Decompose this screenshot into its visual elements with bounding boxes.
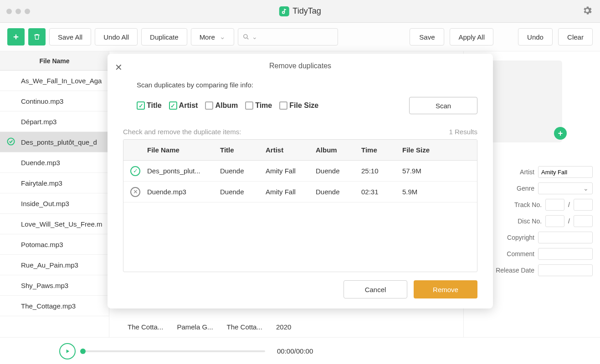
option-title[interactable]: ✓ Title: [137, 101, 162, 110]
cell-size: 57.9M: [399, 167, 444, 175]
remove-icon[interactable]: ✕: [123, 187, 144, 197]
discno-field-2[interactable]: [574, 215, 593, 227]
apply-all-button[interactable]: Apply All: [450, 28, 493, 46]
cell-album: Duende: [312, 167, 358, 175]
close-window-icon[interactable]: [6, 9, 12, 14]
save-all-button[interactable]: Save All: [49, 28, 91, 46]
titlebar: TidyTag: [0, 0, 600, 23]
file-name: Inside_Out.mp3: [21, 200, 69, 207]
file-row[interactable]: Des_ponts_plutôt_que_d: [0, 132, 109, 152]
file-name: Fairytale.mp3: [21, 179, 62, 187]
file-row[interactable]: Duende.mp3: [0, 152, 109, 173]
duplicate-button[interactable]: Duplicate: [141, 28, 187, 46]
file-name: Rue_Au_Pain.mp3: [21, 261, 78, 269]
file-row[interactable]: As_We_Fall_In_Love_Aga: [0, 71, 109, 91]
cell-file: Duende.mp3: [144, 188, 216, 196]
file-row[interactable]: Fairytale.mp3: [0, 173, 109, 193]
option-time[interactable]: Time: [245, 101, 272, 110]
window-controls: [0, 9, 30, 14]
option-filesize[interactable]: File Size: [279, 101, 318, 110]
delete-button[interactable]: [28, 28, 46, 46]
cell-size: 5.9M: [399, 188, 444, 196]
cell-title: Duende: [216, 167, 262, 175]
option-album[interactable]: Album: [205, 101, 238, 110]
more-button[interactable]: More ⌄: [191, 28, 234, 46]
cell-title: The Cotta...: [128, 323, 163, 331]
cell-file: Des_ponts_plut...: [144, 167, 216, 175]
copyright-label: Copyright: [492, 234, 534, 241]
checkbox-icon: [205, 101, 213, 110]
scan-instructions: Scan duplicates by comparing file info:: [137, 81, 477, 89]
undo-all-button[interactable]: Undo All: [95, 28, 138, 46]
file-row[interactable]: Inside_Out.mp3: [0, 193, 109, 214]
file-name: The_Cottage.mp3: [21, 302, 76, 310]
checkbox-icon: ✓: [169, 101, 177, 110]
col-filename: File Name: [144, 146, 216, 154]
artist-label: Artist: [492, 168, 534, 176]
minimize-window-icon[interactable]: [15, 9, 21, 14]
file-row[interactable]: Love_Will_Set_Us_Free.m: [0, 214, 109, 234]
comment-field[interactable]: [538, 248, 593, 260]
duplicates-table: File Name Title Artist Album Time File S…: [123, 139, 477, 272]
file-row[interactable]: Shy_Paws.mp3: [0, 275, 109, 296]
option-artist[interactable]: ✓ Artist: [169, 101, 198, 110]
trackno-field-2[interactable]: [574, 199, 593, 211]
cancel-button[interactable]: Cancel: [344, 280, 407, 298]
checkbox-icon: [279, 101, 287, 110]
file-list-header: File Name: [0, 51, 109, 71]
file-row[interactable]: The_Cottage.mp3: [0, 296, 109, 316]
gear-icon[interactable]: [582, 5, 593, 17]
copyright-field[interactable]: [538, 232, 593, 243]
remove-button[interactable]: Remove: [414, 280, 477, 298]
genre-select[interactable]: ⌄: [538, 182, 593, 194]
chevron-down-icon: ⌄: [220, 33, 226, 41]
cell-time: 02:31: [358, 188, 399, 196]
playbar: 00:00/00:00: [0, 337, 600, 364]
file-name: Shy_Paws.mp3: [21, 282, 68, 289]
file-row[interactable]: Rue_Au_Pain.mp3: [0, 255, 109, 275]
play-button[interactable]: [59, 343, 76, 359]
add-button[interactable]: [7, 28, 25, 46]
discno-field-1[interactable]: [545, 215, 564, 227]
trackno-field-1[interactable]: [545, 199, 564, 211]
app-logo-icon: [279, 6, 289, 16]
slider-handle[interactable]: [80, 349, 86, 354]
scan-button[interactable]: Scan: [409, 97, 477, 114]
file-name: Potomac.mp3: [21, 241, 63, 248]
release-label: Release Date: [492, 267, 534, 274]
option-label: Title: [147, 101, 162, 110]
discno-label: Disc No.: [500, 217, 542, 225]
zoom-window-icon[interactable]: [25, 9, 30, 14]
file-name: As_We_Fall_In_Love_Aga: [21, 77, 102, 85]
table-row[interactable]: ✓Des_ponts_plut...DuendeAmity FallDuende…: [123, 161, 477, 182]
chevron-down-icon: ⌄: [583, 185, 589, 192]
option-label: Album: [215, 101, 238, 110]
file-row[interactable]: Continuo.mp3: [0, 91, 109, 111]
progress-slider[interactable]: [83, 350, 265, 352]
time-display: 00:00/00:00: [277, 347, 313, 355]
more-label: More: [200, 33, 215, 41]
cell-title: Duende: [216, 188, 262, 196]
table-row[interactable]: ✕Duende.mp3DuendeAmity FallDuende02:315.…: [123, 182, 477, 202]
search-icon: [243, 34, 249, 40]
cell-artist: Pamela G...: [177, 323, 213, 331]
cell-year: 2020: [276, 323, 291, 331]
cell-album: Duende: [312, 188, 358, 196]
file-row[interactable]: Départ.mp3: [0, 111, 109, 132]
sep: /: [568, 217, 570, 225]
option-label: Artist: [179, 101, 198, 110]
artist-field[interactable]: [538, 166, 593, 178]
clear-button[interactable]: Clear: [558, 28, 593, 46]
table-row: The Cotta... Pamela G... The Cotta... 20…: [128, 317, 291, 337]
save-button[interactable]: Save: [410, 28, 444, 46]
close-icon[interactable]: ✕: [115, 62, 123, 73]
release-date-field[interactable]: [538, 264, 593, 276]
chevron-down-icon: ⌄: [252, 33, 257, 40]
keep-icon[interactable]: ✓: [123, 166, 144, 176]
modal-title: Remove duplicates: [123, 62, 477, 70]
search-input[interactable]: ⌄: [238, 28, 338, 46]
add-art-button[interactable]: +: [554, 127, 567, 140]
undo-button[interactable]: Undo: [518, 28, 553, 46]
file-row[interactable]: Potomac.mp3: [0, 234, 109, 255]
cell-time: 25:10: [358, 167, 399, 175]
